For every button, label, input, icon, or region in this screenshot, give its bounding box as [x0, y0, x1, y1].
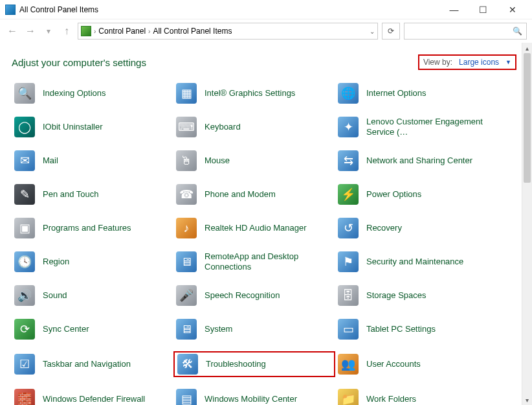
control-panel-item[interactable]: ✎Pen and Touch: [12, 183, 173, 206]
breadcrumb[interactable]: › Control Panel › All Control Panel Item…: [78, 23, 378, 40]
control-panel-icon: [5, 5, 16, 15]
header-row: Adjust your computer's settings View by:…: [12, 54, 516, 70]
content-area: Adjust your computer's settings View by:…: [0, 43, 532, 405]
up-button[interactable]: ↑: [60, 24, 74, 38]
control-panel-item[interactable]: 🗄Storage Spaces: [335, 284, 497, 307]
scroll-up-button[interactable]: ▴: [522, 43, 532, 53]
item-label: Storage Spaces: [366, 290, 427, 301]
item-icon: 🧱: [14, 389, 35, 405]
control-panel-item[interactable]: 🔊Sound: [12, 284, 173, 307]
item-icon: 🗄: [338, 285, 359, 306]
titlebar: All Control Panel Items — ☐ ✕: [0, 0, 532, 19]
item-label: Keyboard: [205, 122, 241, 132]
control-panel-item[interactable]: 🖥RemoteApp and Desktop Connections: [173, 250, 335, 273]
recent-locations-button[interactable]: ▾: [41, 24, 56, 38]
item-icon: ▭: [338, 319, 359, 340]
search-input[interactable]: 🔍: [404, 23, 527, 40]
item-icon: ☎: [176, 184, 197, 205]
location-icon: [81, 26, 91, 36]
item-label: Realtek HD Audio Manager: [205, 223, 307, 233]
chevron-down-icon: ▼: [505, 59, 511, 65]
item-label: Power Options: [366, 189, 421, 200]
item-icon: ⟳: [14, 319, 35, 340]
scroll-thumb[interactable]: [524, 53, 531, 183]
item-label: Work Folders: [366, 394, 416, 404]
control-panel-item[interactable]: ◯IObit Uninstaller: [12, 115, 173, 139]
control-panel-item[interactable]: 👥User Accounts: [335, 351, 497, 377]
item-icon: ▦: [176, 83, 197, 104]
control-panel-item[interactable]: ✉Mail: [12, 149, 173, 172]
back-button[interactable]: ←: [5, 24, 19, 38]
item-label: Sync Center: [43, 324, 89, 334]
control-panel-item[interactable]: 🖥System: [173, 318, 335, 341]
control-panel-item[interactable]: ▣Programs and Features: [12, 216, 173, 240]
control-panel-item[interactable]: ⚡Power Options: [335, 183, 497, 206]
control-panel-item[interactable]: ✦Lenovo Customer Engagement Service (…: [335, 115, 497, 139]
control-panel-item[interactable]: ♪Realtek HD Audio Manager: [173, 216, 335, 240]
item-icon: 🖱: [176, 150, 197, 171]
control-panel-item[interactable]: ▭Tablet PC Settings: [335, 318, 497, 341]
item-label: Recovery: [366, 223, 402, 233]
chevron-right-icon: ›: [94, 28, 96, 35]
chevron-down-icon[interactable]: ⌄: [370, 28, 375, 35]
item-icon: 🕓: [14, 251, 35, 272]
maximize-button[interactable]: ☐: [469, 1, 498, 19]
item-label: Mouse: [205, 156, 230, 166]
view-by-label: View by:: [423, 58, 452, 67]
breadcrumb-part-2[interactable]: All Control Panel Items: [153, 27, 232, 36]
item-icon: ⌨: [176, 117, 197, 137]
control-panel-item[interactable]: ⌨Keyboard: [173, 115, 335, 139]
item-label: Tablet PC Settings: [366, 324, 436, 334]
scrollbar[interactable]: ▴ ▾: [522, 43, 532, 405]
item-icon: ⚡: [338, 184, 359, 205]
item-icon: ↺: [338, 218, 359, 238]
breadcrumb-part-1[interactable]: Control Panel: [98, 27, 146, 36]
item-icon: ▣: [14, 218, 35, 238]
item-icon: 🖥: [176, 319, 197, 340]
control-panel-item[interactable]: ☎Phone and Modem: [173, 183, 335, 206]
items-grid: 🔍Indexing Options▦Intel® Graphics Settin…: [12, 82, 506, 405]
refresh-button[interactable]: ⟳: [382, 23, 400, 40]
control-panel-item[interactable]: ☑Taskbar and Navigation: [12, 351, 173, 377]
control-panel-item[interactable]: ⟳Sync Center: [12, 318, 173, 341]
control-panel-item[interactable]: 🌐Internet Options: [335, 82, 497, 105]
item-label: Network and Sharing Center: [366, 156, 472, 166]
item-icon: ☑: [14, 354, 35, 375]
control-panel-item[interactable]: ↺Recovery: [335, 216, 497, 240]
window-title: All Control Panel Items: [19, 5, 98, 14]
item-icon: 🔍: [14, 83, 35, 104]
item-label: RemoteApp and Desktop Connections: [205, 251, 327, 272]
item-label: Windows Defender Firewall: [43, 394, 145, 404]
control-panel-item[interactable]: 📁Work Folders: [335, 388, 497, 405]
control-panel-item[interactable]: 🧱Windows Defender Firewall: [12, 388, 173, 405]
item-icon: 🖥: [176, 251, 197, 272]
item-label: Region: [43, 257, 69, 267]
control-panel-item[interactable]: 🔍Indexing Options: [12, 82, 173, 105]
view-by-selector[interactable]: View by: Large icons ▼: [418, 54, 516, 70]
item-label: Lenovo Customer Engagement Service (…: [366, 117, 489, 137]
close-button[interactable]: ✕: [498, 1, 527, 19]
item-label: Phone and Modem: [205, 189, 276, 200]
item-icon: ◯: [14, 117, 35, 137]
forward-button[interactable]: →: [23, 24, 38, 38]
chevron-right-icon: ›: [148, 28, 150, 35]
item-icon: ⇆: [338, 150, 359, 171]
item-icon: ▤: [176, 389, 197, 405]
scroll-down-button[interactable]: ▾: [522, 395, 532, 405]
minimize-button[interactable]: —: [439, 1, 469, 19]
control-panel-item[interactable]: ▤Windows Mobility Center: [173, 388, 335, 405]
control-panel-item[interactable]: 🕓Region: [12, 250, 173, 273]
item-icon: 🔊: [14, 285, 35, 306]
control-panel-item[interactable]: 🛠Troubleshooting: [173, 351, 335, 377]
control-panel-item[interactable]: 🖱Mouse: [173, 149, 335, 172]
item-label: Security and Maintenance: [366, 257, 463, 267]
item-label: IObit Uninstaller: [43, 122, 102, 132]
control-panel-item[interactable]: 🎤Speech Recognition: [173, 284, 335, 307]
item-icon: 🌐: [338, 83, 359, 104]
item-icon: ⚑: [338, 251, 359, 272]
control-panel-item[interactable]: ⇆Network and Sharing Center: [335, 149, 497, 172]
control-panel-item[interactable]: ⚑Security and Maintenance: [335, 250, 497, 273]
item-label: Internet Options: [366, 88, 427, 98]
control-panel-item[interactable]: ▦Intel® Graphics Settings: [173, 82, 335, 105]
search-icon: 🔍: [513, 27, 522, 36]
